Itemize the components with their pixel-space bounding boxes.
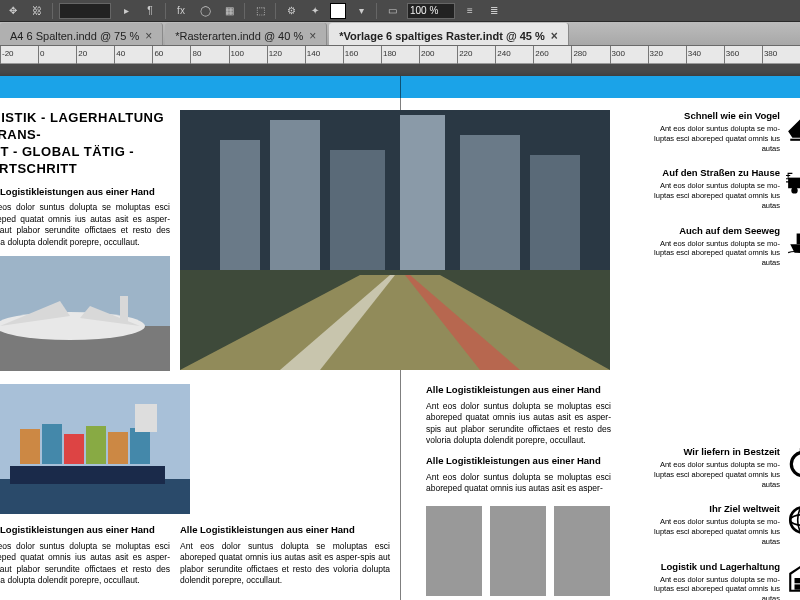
svg-rect-45 <box>795 578 801 583</box>
paragraph-icon[interactable]: ¶ <box>141 2 159 20</box>
svg-rect-4 <box>330 150 385 270</box>
feature-body: Ant eos dolor suntus dolupta se mo-lupta… <box>640 575 780 601</box>
svg-rect-21 <box>10 466 165 484</box>
globe-icon <box>786 503 800 531</box>
svg-rect-7 <box>530 155 580 270</box>
ship-icon <box>786 225 800 253</box>
svg-rect-26 <box>108 432 128 464</box>
subhead: Alle Logistikleistungen aus einer Hand <box>180 524 390 537</box>
image-airplane <box>0 256 170 371</box>
zoom-field[interactable] <box>407 3 455 19</box>
page-indicator-icon: ▭ <box>383 2 401 20</box>
canvas[interactable]: OGISTIK - LAGERHALTUNG - TRANS- ORT - GL… <box>0 64 800 600</box>
align-left-icon[interactable]: ≡ <box>461 2 479 20</box>
feature-globe: Ihr Ziel weltweitAnt eos dolor suntus do… <box>640 503 800 546</box>
tab-label: *Rasterarten.indd @ 40 % <box>175 30 303 42</box>
svg-rect-29 <box>790 139 800 141</box>
close-icon[interactable]: × <box>309 29 316 43</box>
svg-rect-20 <box>0 479 190 514</box>
close-icon[interactable]: × <box>145 29 152 43</box>
link-icon[interactable]: ⬚ <box>251 2 269 20</box>
subhead: Alle Logistikleistungen aus einer Hand <box>426 384 611 397</box>
feature-ship: Auch auf dem SeewegAnt eos dolor suntus … <box>640 225 800 268</box>
headline: OGISTIK - LAGERHALTUNG - TRANS- ORT - GL… <box>0 110 170 178</box>
placeholder-box <box>490 506 546 596</box>
feature-body: Ant eos dolor suntus dolupta se mo-lupta… <box>640 124 780 153</box>
feature-head: Auf den Straßen zu Hause <box>640 167 780 178</box>
svg-rect-6 <box>460 135 520 270</box>
caption-mid: Alle Logistikleistungen aus einer Hand A… <box>180 524 390 587</box>
body-text: Ant eos dolor suntus dolupta se moluptas… <box>426 472 611 495</box>
document-spread: OGISTIK - LAGERHALTUNG - TRANS- ORT - GL… <box>0 76 800 600</box>
plane-icon <box>786 110 800 138</box>
align-center-icon[interactable]: ≣ <box>485 2 503 20</box>
feature-stopwatch: Wir liefern in BestzeitAnt eos dolor sun… <box>640 446 800 489</box>
warehouse-icon <box>786 561 800 589</box>
separator <box>275 3 276 19</box>
svg-rect-2 <box>220 140 260 270</box>
tab-rasterarten[interactable]: *Rasterarten.indd @ 40 % × <box>165 23 327 45</box>
subhead: Alle Logistikleistungen aus einer Hand <box>0 524 170 537</box>
anchor-icon[interactable]: ✥ <box>4 2 22 20</box>
svg-rect-23 <box>42 424 62 464</box>
caption-left: Alle Logistikleistungen aus einer Hand A… <box>0 524 170 587</box>
feature-head: Ihr Ziel weltweit <box>640 503 780 514</box>
feature-plane: Schnell wie ein VogelAnt eos dolor suntu… <box>640 110 800 153</box>
square-icon[interactable]: ▦ <box>220 2 238 20</box>
tab-a4-6-spalten[interactable]: A4 6 Spalten.indd @ 75 % × <box>0 23 163 45</box>
tab-label: *Vorlage 6 spaltiges Raster.indt @ 45 % <box>339 30 545 42</box>
right-page-text: Alle Logistikleistungen aus einer Hand A… <box>426 384 611 494</box>
star-icon[interactable]: ✦ <box>306 2 324 20</box>
image-city-highway <box>180 110 610 370</box>
svg-rect-34 <box>797 233 800 244</box>
separator <box>165 3 166 19</box>
subhead: Alle Logistikleistungen aus einer Hand <box>0 186 170 199</box>
separator <box>244 3 245 19</box>
feature-body: Ant eos dolor suntus dolupta se mo-lupta… <box>640 239 780 268</box>
features-top: Schnell wie ein VogelAnt eos dolor suntu… <box>640 110 800 282</box>
feature-body: Ant eos dolor suntus dolupta se mo-lupta… <box>640 460 780 489</box>
svg-rect-5 <box>400 115 445 270</box>
body-text: Ant eos dolor suntus dolupta se moluptas… <box>180 541 390 587</box>
svg-point-32 <box>791 187 797 193</box>
placeholder-box <box>554 506 610 596</box>
feature-head: Auch auf dem Seeweg <box>640 225 780 236</box>
arrow-icon[interactable]: ▸ <box>117 2 135 20</box>
tab-label: A4 6 Spalten.indd @ 75 % <box>10 30 139 42</box>
gear-icon[interactable]: ⚙ <box>282 2 300 20</box>
close-icon[interactable]: × <box>551 29 558 43</box>
feature-body: Ant eos dolor suntus dolupta se mo-lupta… <box>640 517 780 546</box>
chain-icon[interactable]: ⛓ <box>28 2 46 20</box>
placeholder-box <box>426 506 482 596</box>
effects-icon[interactable]: fx <box>172 2 190 20</box>
feature-head: Wir liefern in Bestzeit <box>640 446 780 457</box>
feature-head: Schnell wie ein Vogel <box>640 110 780 121</box>
subhead: Alle Logistikleistungen aus einer Hand <box>426 455 611 468</box>
svg-rect-3 <box>270 120 320 270</box>
svg-rect-28 <box>135 404 157 432</box>
field-x[interactable] <box>59 3 111 19</box>
tab-vorlage-6-spaltig[interactable]: *Vorlage 6 spaltiges Raster.indt @ 45 % … <box>329 23 569 45</box>
body-text: Ant eos dolor suntus dolupta se moluptas… <box>0 202 170 248</box>
svg-rect-27 <box>130 428 150 464</box>
svg-rect-47 <box>795 584 801 589</box>
feature-body: Ant eos dolor suntus dolupta se mo-lupta… <box>640 181 780 210</box>
feature-warehouse: Logistik und LagerhaltungAnt eos dolor s… <box>640 561 800 601</box>
svg-rect-22 <box>20 429 40 464</box>
image-container-ship <box>0 384 190 514</box>
body-text: Ant eos dolor suntus dolupta se moluptas… <box>0 541 170 587</box>
stopwatch-icon <box>786 446 800 474</box>
circle-icon[interactable]: ◯ <box>196 2 214 20</box>
dropdown-icon[interactable]: ▾ <box>352 2 370 20</box>
svg-rect-11 <box>120 296 128 321</box>
separator <box>376 3 377 19</box>
svg-point-37 <box>791 452 800 475</box>
features-bottom: Wir liefern in BestzeitAnt eos dolor sun… <box>640 446 800 600</box>
left-text-column: OGISTIK - LAGERHALTUNG - TRANS- ORT - GL… <box>0 110 170 248</box>
separator <box>52 3 53 19</box>
fill-swatch[interactable] <box>330 3 346 19</box>
feature-truck: Auf den Straßen zu HauseAnt eos dolor su… <box>640 167 800 210</box>
ruler-horizontal[interactable]: -200204060801001201401601802002202402602… <box>0 46 800 64</box>
body-text: Ant eos dolor suntus dolupta se moluptas… <box>426 401 611 447</box>
svg-rect-25 <box>86 426 106 464</box>
